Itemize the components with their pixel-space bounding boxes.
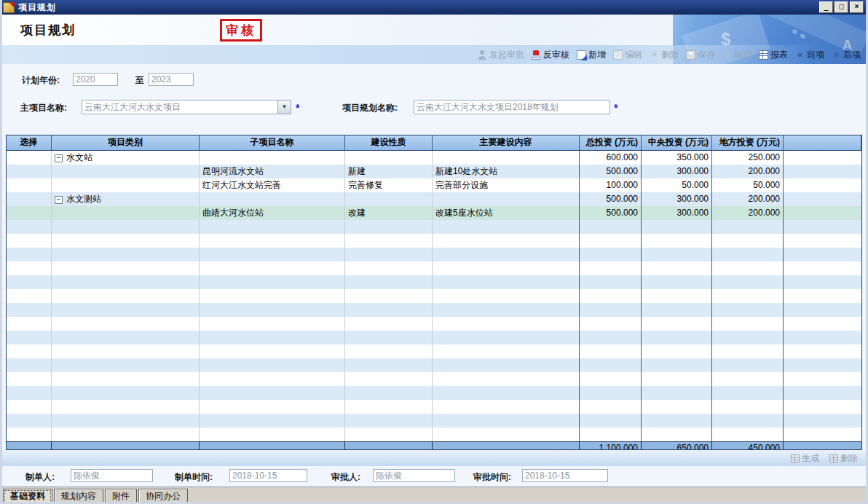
approver-input[interactable] [373,469,455,482]
table-row[interactable]: −水文站600.000350.000250.000 [7,151,861,165]
toolbar-button-label: 后项 [843,49,861,61]
tab-基础资料[interactable]: 基础资料 [3,489,52,504]
table-cell [580,386,642,400]
toolbar-button-generate: 生成 [791,452,819,465]
table-cell [433,289,580,303]
toolbar: 发起审批反审核新增编辑✕删除保存⊘取消报表«前项»后项 [0,45,868,64]
table-cell [7,220,52,234]
tab-协同办公[interactable]: 协同办公 [138,489,188,504]
maximize-button[interactable]: □ [835,1,848,13]
table-cell [580,331,642,344]
table-cell [433,386,580,400]
table-row[interactable]: 曲靖大河水位站改建改建5座水位站500.000300.000200.000 [7,206,861,220]
table-cell [642,372,712,386]
table-cell [200,414,345,428]
table-cell: 500.000 [580,165,642,178]
column-header: 子项目名称 [200,135,345,150]
table-cell [580,344,642,358]
table-cell [433,428,580,441]
table-cell [52,372,200,386]
table-cell [345,220,433,234]
table-cell [200,248,345,261]
toolbar-button-next-item[interactable]: »后项 [832,49,861,61]
table-cell [200,303,345,317]
table-cell [7,275,52,289]
toolbar-button-start-approval: 发起审批 [478,49,524,61]
table-cell [433,372,580,386]
table-row[interactable]: 昆明河流水文站新建新建10处水文站500.000300.000200.000 [7,165,861,178]
table-cell [580,428,642,441]
create-time-input[interactable] [229,469,307,482]
table-cell [52,331,200,344]
table-cell [345,442,433,450]
creator-input[interactable] [71,469,153,482]
table-cell [7,206,52,220]
table-empty-row [7,428,861,441]
header-chrome: $ A ⚭⚭ 项目规划 审核 发起审批反审核新增编辑✕删除保存⊘取消报表«前项»… [0,15,868,64]
table-cell [433,248,580,261]
table-cell [345,400,433,414]
table-cell [712,400,784,414]
plan-year-to-input[interactable] [149,73,194,86]
minimize-button[interactable]: _ [819,1,833,13]
table-row[interactable]: −水文测站500.000300.000200.000 [7,192,861,206]
create-time-label: 制单时间: [175,471,213,484]
table-empty-row [7,414,861,428]
close-button[interactable]: × [850,1,864,13]
collapse-expander-icon[interactable]: − [55,196,63,204]
main-project-combobox[interactable]: 云南大江大河大水文项目 ▼ [82,100,291,114]
table-cell [433,317,580,331]
plan-year-from-input[interactable] [73,73,118,86]
table-cell [200,220,345,234]
table-cell [52,261,200,275]
table-cell [784,192,861,206]
table-cell [433,151,580,165]
table-cell [712,261,784,275]
toolbar-button-add-new[interactable]: 新增 [577,49,606,61]
table-cell [200,261,345,275]
cancel-slash-icon: ⊘ [722,50,732,60]
page-title: 项目规划 [20,22,76,39]
column-header: 中央投资 (万元) [642,135,712,150]
delete-grid-icon [829,454,838,462]
tab-规划内容[interactable]: 规划内容 [54,489,103,504]
audit-stamp: 审核 [220,19,262,42]
table-cell [345,372,433,386]
toolbar-button-label: 删除 [840,452,858,465]
table-cell: −水文测站 [52,192,200,206]
table-empty-row [7,317,861,331]
approver-label: 审批人: [331,471,360,484]
toolbar-button-report[interactable]: 报表 [759,49,788,61]
table-cell [712,428,784,441]
table-cell [200,317,345,331]
table-cell [784,220,861,234]
table-cell [784,151,861,165]
plan-name-input[interactable] [414,100,610,114]
table-cell [784,178,861,192]
anti-audit-stamp-icon [532,50,541,60]
table-cell [7,317,52,331]
table-cell [784,303,861,317]
required-mark: * [296,102,299,114]
table-cell [642,248,712,261]
collapse-expander-icon[interactable]: − [55,154,63,162]
chevron-down-icon[interactable]: ▼ [277,101,291,114]
table-cell [52,317,200,331]
table-row[interactable]: 红河大江水文站完善完善修复完善部分设施100.00050.00050.000 [7,178,861,192]
title-bar: 项目规划 _□× [0,0,868,15]
table-cell [200,400,345,414]
table-empty-row [7,248,861,261]
table-cell [580,358,642,372]
table-cell: 新建 [345,165,433,178]
toolbar-button-delete-row: 删除 [829,452,858,465]
approve-time-input[interactable] [522,469,608,482]
table-cell [200,358,345,372]
table-cell [580,317,642,331]
toolbar-button-label: 删除 [661,49,679,61]
table-empty-row [7,358,861,372]
toolbar-button-label: 前项 [807,49,824,61]
tab-附件[interactable]: 附件 [105,489,137,504]
toolbar-button-anti-audit[interactable]: 反审核 [532,49,569,61]
table-cell [345,192,433,206]
toolbar-button-prev-item[interactable]: «前项 [795,49,824,61]
